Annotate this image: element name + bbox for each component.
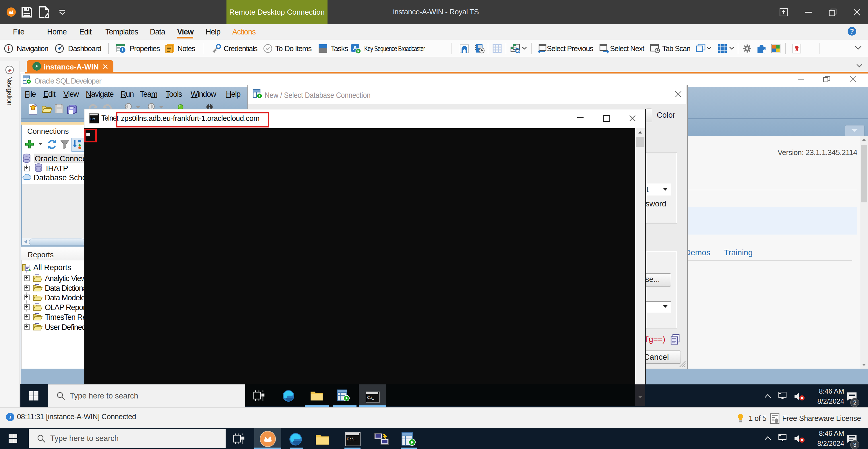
svg-text:i: i bbox=[122, 48, 123, 52]
